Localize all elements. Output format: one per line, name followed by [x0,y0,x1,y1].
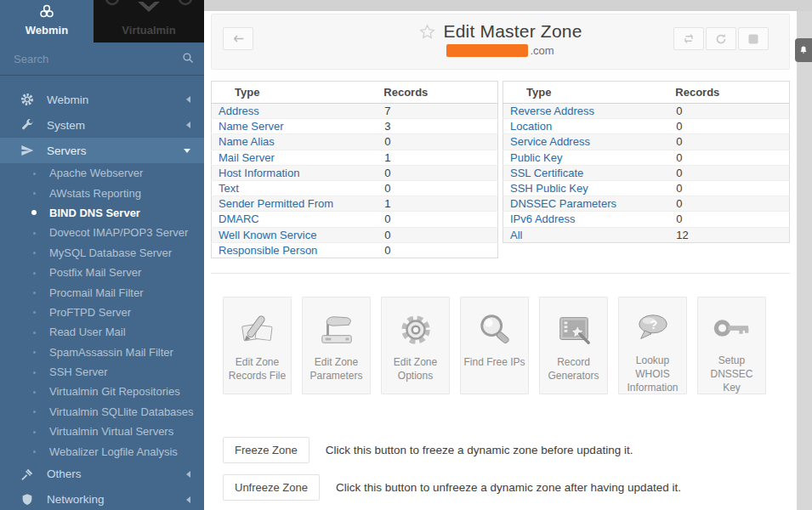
sidebar-item-virtualmin-sqlite[interactable]: Virtualmin SQLlite Databases [0,402,204,422]
table-row: Host Information0 [212,165,498,180]
notifications-tab[interactable] [795,38,812,62]
record-type-link[interactable]: SSH Public Key [510,182,588,195]
setup-dnssec-key-button[interactable]: Setup DNSSEC Key [697,297,766,394]
column-header-records: Records [380,82,497,104]
sidebar-search [0,42,204,76]
card-label: Setup DNSSEC Key [698,354,765,395]
edit-zone-options-button[interactable]: Edit Zone Options [381,297,450,394]
sidebar-item-procmail[interactable]: Procmail Mail Filter [0,282,204,302]
record-type-link[interactable]: Responsible Person [219,244,317,257]
table-row: SSL Certificate0 [503,165,790,180]
record-table-left: Type Records Address7 Name Server3 Name … [211,81,498,258]
record-count: 1 [380,196,497,212]
page-right-gutter [797,11,812,510]
record-type-link[interactable]: SSL Certificate [510,167,583,179]
wrench-icon [20,118,34,132]
record-count: 0 [380,212,497,227]
record-type-link[interactable]: IPv6 Address [510,212,576,225]
card-label: Record Generators [540,355,607,382]
record-count: 0 [380,134,497,150]
tab-virtualmin[interactable]: Virtualmin [94,0,204,42]
record-generators-button[interactable]: Record Generators [539,297,608,394]
lamp-icon [316,312,357,348]
table-row: Name Alias0 [212,134,498,150]
chevron-left-icon [186,122,190,128]
sidebar-item-label: Webalizer Logfile Analysis [49,445,178,458]
sidebar-item-webalizer[interactable]: Webalizer Logfile Analysis [0,441,204,461]
tab-webmin-label: Webmin [26,24,68,37]
card-label: Edit Zone Parameters [303,355,370,382]
sidebar-item-dovecot[interactable]: Dovecot IMAP/POP3 Server [0,223,204,242]
section-divider [211,273,790,274]
record-type-link[interactable]: Address [219,105,259,117]
sidebar-item-system[interactable]: System [0,112,204,138]
sidebar-item-awstats-reporting[interactable]: AWstats Reporting [0,183,204,202]
record-type-link[interactable]: DNSSEC Parameters [510,197,616,210]
sidebar-item-read-user-mail[interactable]: Read User Mail [0,322,204,342]
stop-button[interactable] [738,27,769,50]
shield-icon [20,493,34,507]
bell-icon [798,44,809,56]
card-label: Edit Zone Options [382,355,449,382]
sidebar-item-mysql[interactable]: MySQL Database Server [0,243,204,263]
favorite-star-icon[interactable] [418,23,436,41]
record-type-link[interactable]: Host Information [219,167,299,179]
refresh-modules-button[interactable] [673,27,704,50]
freeze-zone-button[interactable]: Freeze Zone [223,437,309,463]
sidebar-item-proftpd[interactable]: ProFTPD Server [0,303,204,322]
key-icon [712,311,752,347]
gear-icon [398,312,434,348]
tab-webmin[interactable]: Webmin [0,0,94,42]
sidebar-item-ssh-server[interactable]: SSH Server [0,362,204,382]
sidebar-item-servers[interactable]: Servers [0,138,204,163]
sidebar-item-spamassassin[interactable]: SpamAssassin Mail Filter [0,343,204,362]
record-type-link[interactable]: Name Alias [219,135,275,148]
record-type-link[interactable]: Mail Server [219,151,275,164]
card-label: Find Free IPs [461,355,527,369]
record-type-link[interactable]: All [510,229,522,241]
record-type-link[interactable]: Sender Permitted From [219,197,333,210]
sidebar-item-label: AWstats Reporting [49,187,141,200]
unfreeze-zone-description: Click this button to unfreeze a dynamic … [336,481,681,494]
record-type-link[interactable]: Well Known Service [219,229,316,241]
record-count: 0 [672,150,789,165]
sidebar-item-networking[interactable]: Networking [0,487,204,510]
record-count: 12 [672,227,789,242]
lookup-whois-information-button[interactable]: ? Lookup WHOIS Information [618,297,687,394]
sidebar-item-apache-webserver[interactable]: Apache Webserver [0,163,204,183]
bullet-dot [33,450,36,453]
record-count: 1 [380,150,497,165]
record-type-link[interactable]: Text [219,182,239,195]
gear-icon [20,93,34,106]
record-count: 3 [380,119,497,134]
main-content: Edit Master Zone .com [204,11,797,510]
find-free-ips-button[interactable]: Find Free IPs [460,297,529,394]
record-type-link[interactable]: Name Server [219,120,284,133]
edit-zone-parameters-button[interactable]: Edit Zone Parameters [302,297,371,394]
search-icon[interactable] [182,52,194,64]
record-type-link[interactable]: Service Address [510,135,590,148]
unfreeze-zone-button[interactable]: Unfreeze Zone [223,474,320,501]
sidebar-item-virtualmin-git[interactable]: Virtualmin Git Repositories [0,382,204,401]
sidebar-item-postfix[interactable]: Postfix Mail Server [0,263,204,282]
bullet-dot [33,272,36,275]
webmin-logo-icon [37,3,56,21]
record-type-link[interactable]: DMARC [219,212,259,225]
record-type-link[interactable]: Public Key [510,151,562,164]
refresh-icon [715,33,727,45]
sidebar-item-webmin[interactable]: Webmin [0,87,204,112]
sidebar: Webmin Virtualmin Webmin [0,0,204,510]
record-count: 0 [672,196,789,212]
record-count: 0 [672,180,789,196]
sidebar-item-others[interactable]: Others [0,462,204,487]
sidebar-item-virtualmin-virtual-servers[interactable]: Virtualmin Virtual Servers [0,422,204,441]
reload-page-button[interactable] [706,27,736,50]
sidebar-item-label: Read User Mail [49,326,126,338]
record-count: 0 [380,165,497,180]
search-input[interactable] [0,42,204,75]
chevron-down-icon [184,149,190,153]
record-type-link[interactable]: Location [510,120,552,133]
sidebar-item-bind-dns-server[interactable]: BIND DNS Server [0,203,204,223]
edit-zone-records-file-button[interactable]: Edit Zone Records File [223,297,292,394]
record-type-link[interactable]: Reverse Address [510,105,594,117]
